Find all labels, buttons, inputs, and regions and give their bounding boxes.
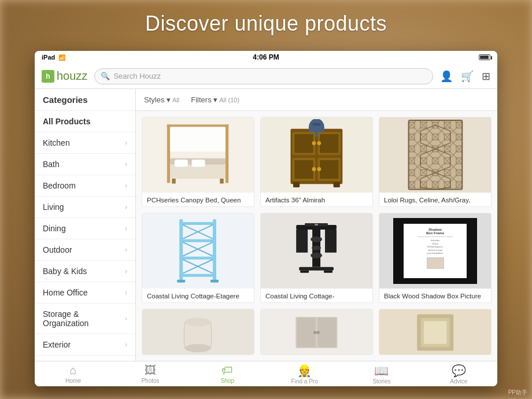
banner-title: Discover unique products	[145, 12, 387, 36]
sidebar-item-label: Baby & Kids	[43, 267, 87, 276]
logo-text: houzz	[57, 69, 87, 83]
chevron-right-icon: ›	[125, 315, 127, 323]
status-bar: iPad 📶 4:06 PM	[35, 51, 497, 64]
logo-icon: h	[42, 70, 54, 83]
etagere-svg	[167, 216, 228, 286]
products-area: Styles ▾ All Filters ▾ All (10)	[136, 89, 497, 361]
status-left: iPad 📶	[42, 54, 65, 61]
product-info: PCHseries Canopy Bed, Queen $4,400 ▾	[142, 193, 254, 207]
device-label: iPad	[42, 54, 55, 61]
svg-rect-20	[320, 160, 339, 179]
svg-rect-36	[180, 274, 217, 277]
logo[interactable]: h houzz	[42, 69, 87, 83]
svg-rect-0	[167, 124, 170, 183]
grid-icon[interactable]: ⊞	[482, 70, 490, 83]
photos-icon: 🖼	[145, 364, 156, 377]
search-placeholder: Search Houzz	[113, 72, 161, 80]
chevron-right-icon: ›	[125, 341, 127, 349]
rug-svg	[386, 119, 485, 191]
shop-icon: 🏷	[221, 364, 233, 377]
product-card[interactable]: Coastal Living Cottage-Etagere $2,212 $1…	[142, 213, 254, 303]
svg-rect-47	[325, 230, 337, 253]
find-pro-icon: 👷	[297, 364, 312, 378]
product-image	[379, 309, 491, 355]
svg-rect-29	[408, 120, 462, 189]
svg-rect-12	[313, 123, 320, 125]
product-image	[261, 213, 372, 289]
product-image	[261, 309, 372, 355]
tab-find-pro[interactable]: 👷 Find a Pro	[266, 361, 343, 387]
sidebar-item-label: Dining	[43, 224, 66, 233]
sidebar-item-dining[interactable]: Dining ›	[35, 218, 135, 239]
search-icon: 🔍	[101, 72, 110, 80]
sidebar-item-outdoor[interactable]: Outdoor ›	[35, 239, 135, 261]
sidebar-item-lighting[interactable]: Lighting ›	[35, 356, 135, 361]
tab-home-label: Home	[65, 378, 81, 384]
sidebar-item-all-products[interactable]: All Products	[35, 111, 135, 132]
product-card[interactable]	[260, 309, 373, 355]
svg-rect-3	[171, 127, 226, 152]
tab-photos[interactable]: 🖼 Photos	[112, 361, 189, 386]
cabinet-svg	[275, 312, 359, 353]
jar-svg	[167, 312, 228, 353]
svg-rect-26	[334, 182, 340, 187]
cart-icon[interactable]: 🛒	[461, 70, 474, 83]
svg-rect-35	[180, 257, 217, 260]
styles-filter-value: All	[172, 97, 179, 104]
tab-photos-label: Photos	[141, 378, 159, 384]
sidebar-item-living[interactable]: Living ›	[35, 197, 135, 218]
shadow-box-preview	[427, 257, 444, 269]
tab-shop[interactable]: 🏷 Shop	[189, 361, 266, 386]
sidebar-item-home-office[interactable]: Home Office ›	[35, 282, 135, 304]
product-card[interactable]: PCHseries Canopy Bed, Queen $4,400 ▾	[142, 117, 254, 207]
sidebar-item-label: All Products	[43, 117, 90, 126]
svg-point-51	[311, 253, 323, 258]
product-card[interactable]: Artifacts 36" Almirah $869 ▾	[260, 117, 373, 207]
product-card[interactable]: Coastal Living Cottage-Chesapeake Table …	[260, 213, 373, 303]
svg-rect-44	[210, 280, 219, 283]
svg-point-59	[185, 318, 211, 326]
sidebar-item-baby-kids[interactable]: Baby & Kids ›	[35, 261, 135, 282]
product-card[interactable]	[379, 309, 492, 355]
svg-rect-56	[315, 224, 319, 226]
tab-home[interactable]: ⌂ Home	[35, 361, 112, 386]
svg-rect-61	[297, 318, 315, 347]
svg-point-63	[313, 331, 316, 334]
chevron-right-icon: ›	[125, 224, 127, 232]
product-image	[261, 117, 372, 193]
product-info: Artifacts 36" Almirah $869 ▾	[261, 193, 372, 207]
product-card[interactable]: Loloi Rugs, Celine, Ash/Gray, 2'3"x7'6" …	[379, 117, 492, 207]
svg-rect-34	[180, 239, 217, 242]
chevron-right-icon: ›	[125, 203, 127, 211]
sidebar-item-label: Bedroom	[43, 181, 76, 190]
sidebar-item-kitchen[interactable]: Kitchen ›	[35, 132, 135, 154]
tab-bar: ⌂ Home 🖼 Photos 🏷 Shop 👷 Find a Pro 📖 St…	[35, 361, 497, 386]
product-name: Coastal Living Cottage-Etagere	[147, 292, 249, 301]
ipad-frame: iPad 📶 4:06 PM h houzz 🔍 Search Houzz 👤 …	[35, 51, 497, 386]
styles-filter-label: Styles ▾	[144, 95, 171, 104]
svg-rect-9	[220, 178, 224, 183]
sidebar-item-label: Home Office	[43, 288, 88, 297]
svg-point-49	[311, 237, 323, 242]
filters-button[interactable]: Filters ▾ All (10)	[191, 95, 239, 104]
product-card[interactable]: ShadowBox Frame IncludesVelvetEverything…	[379, 213, 492, 303]
nav-icons: 👤 🛒 ⊞	[440, 70, 490, 83]
products-grid: PCHseries Canopy Bed, Queen $4,400 ▾	[136, 111, 497, 361]
product-card[interactable]	[142, 309, 254, 355]
tab-advice[interactable]: 💬 Advice	[420, 361, 497, 387]
sidebar-item-storage[interactable]: Storage & Organization ›	[35, 304, 135, 334]
svg-rect-62	[317, 318, 336, 347]
svg-point-58	[185, 344, 211, 352]
sidebar-item-exterior[interactable]: Exterior ›	[35, 334, 135, 356]
tab-stories[interactable]: 📖 Stories	[343, 361, 420, 387]
svg-rect-6	[175, 159, 188, 167]
tab-advice-label: Advice	[450, 378, 467, 385]
user-icon[interactable]: 👤	[440, 70, 453, 83]
styles-filter[interactable]: Styles ▾ All	[144, 95, 179, 104]
stories-icon: 📖	[374, 364, 389, 378]
sidebar-item-bedroom[interactable]: Bedroom ›	[35, 175, 135, 197]
sidebar-item-bath[interactable]: Bath ›	[35, 154, 135, 175]
advice-icon: 💬	[452, 364, 466, 378]
status-right	[479, 54, 490, 60]
search-bar[interactable]: 🔍 Search Houzz	[94, 68, 433, 84]
